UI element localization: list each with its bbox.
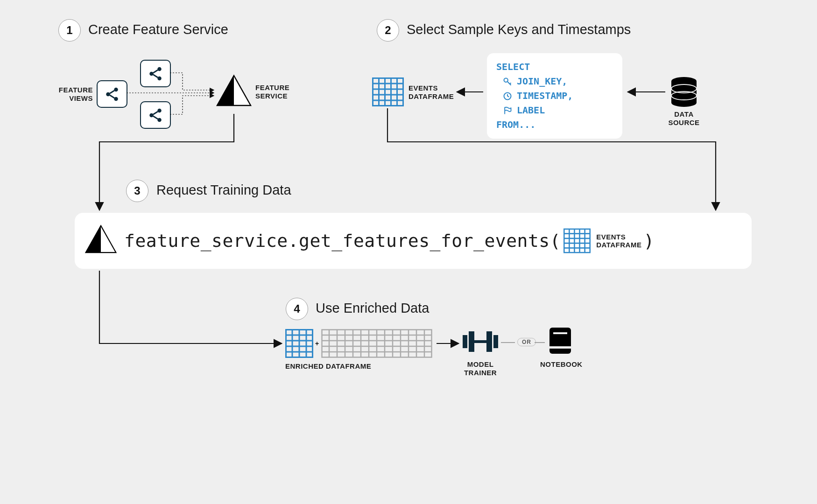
model-trainer-icon <box>463 330 498 353</box>
notebook-icon <box>548 327 573 355</box>
events-df-inline-l1: EVENTS <box>596 233 626 241</box>
data-source-label-l2: SOURCE <box>668 119 699 126</box>
step-2-number: 2 <box>385 24 391 37</box>
svg-line-13 <box>153 112 158 114</box>
data-source-label: DATA SOURCE <box>668 110 700 127</box>
step-2-title: Select Sample Keys and Timestamps <box>407 22 631 37</box>
feature-service-label-l2: SERVICE <box>255 92 288 100</box>
svg-rect-80 <box>474 340 486 343</box>
sql-query-box: SELECT JOIN_KEY, TIMESTAMP, LABEL FROM..… <box>487 53 622 139</box>
share-icon <box>148 107 163 123</box>
svg-line-30 <box>510 83 511 84</box>
step-1-title: Create Feature Service <box>88 22 228 37</box>
svg-rect-83 <box>553 332 567 334</box>
svg-line-33 <box>507 96 509 97</box>
data-source-icon <box>670 77 698 107</box>
enriched-dataframe-label: ENRICHED DATAFRAME <box>285 362 371 371</box>
events-df-inline-l2: DATAFRAME <box>596 241 641 249</box>
step-3-number: 3 <box>134 184 140 197</box>
events-dataframe-inline-label: EVENTS DATAFRAME <box>596 233 641 249</box>
clock-icon <box>503 91 512 101</box>
model-trainer-label: MODEL TRAINER <box>463 360 498 377</box>
enriched-dataframe-grey-icon <box>321 329 432 358</box>
svg-point-28 <box>504 78 508 82</box>
flag-icon <box>503 106 512 115</box>
sql-select-line: SELECT <box>496 60 613 74</box>
model-trainer-l1: MODEL <box>467 360 494 368</box>
svg-rect-77 <box>469 331 474 352</box>
sql-timestamp-line: TIMESTAMP, <box>496 89 613 103</box>
svg-line-14 <box>153 116 158 119</box>
share-icon <box>148 66 163 82</box>
svg-rect-41 <box>564 229 590 252</box>
svg-line-3 <box>110 91 114 93</box>
svg-line-9 <box>153 74 158 77</box>
sql-select: SELECT <box>496 60 530 74</box>
code-call-box: feature_service.get_features_for_events(… <box>75 213 752 269</box>
step-4-title: Use Enriched Data <box>316 301 429 316</box>
step-2-badge: 2 <box>377 19 399 42</box>
code-close-paren: ) <box>643 231 654 251</box>
feature-service-label-l1: FEATURE <box>255 84 289 91</box>
sql-from-line: FROM... <box>496 118 613 132</box>
step-4-badge: 4 <box>286 298 308 320</box>
feature-views-label-l2: VIEWS <box>69 94 93 102</box>
step-1-number: 1 <box>66 24 72 37</box>
notebook-label: NOTEBOOK <box>540 360 583 369</box>
sql-joinkey-line: JOIN_KEY, <box>496 74 613 89</box>
step-3-title: Request Training Data <box>156 182 291 198</box>
svg-rect-82 <box>549 346 571 349</box>
model-trainer-l2: TRAINER <box>464 369 497 377</box>
events-dataframe-label-l2: DATAFRAME <box>408 92 454 100</box>
events-dataframe-label: EVENTS DATAFRAME <box>408 84 454 101</box>
svg-rect-19 <box>373 78 403 106</box>
step-4-number: 4 <box>294 302 300 315</box>
sql-label: LABEL <box>517 103 545 118</box>
sql-timestamp: TIMESTAMP, <box>517 89 573 103</box>
events-dataframe-label-l1: EVENTS <box>408 84 438 92</box>
plus-symbol: + <box>315 340 319 348</box>
sql-join-key: JOIN_KEY, <box>517 74 567 89</box>
svg-rect-79 <box>493 335 498 348</box>
or-badge: OR <box>517 338 536 346</box>
feature-service-icon <box>84 224 118 258</box>
feature-service-label: FEATURE SERVICE <box>255 84 289 100</box>
feature-view-box-top <box>140 60 171 87</box>
diagram-canvas: 1 Create Feature Service 2 Select Sample… <box>40 0 777 455</box>
feature-service-icon <box>215 74 253 111</box>
feature-view-box-bottom <box>140 101 171 129</box>
sql-from: FROM... <box>496 118 535 132</box>
feature-views-label: FEATURE VIEWS <box>56 86 93 103</box>
events-dataframe-icon <box>372 77 404 106</box>
key-icon <box>503 77 512 86</box>
step-3-badge: 3 <box>126 180 148 202</box>
data-source-label-l1: DATA <box>674 110 693 118</box>
share-icon <box>104 86 120 102</box>
svg-rect-78 <box>486 331 492 352</box>
svg-line-8 <box>153 70 158 73</box>
events-dataframe-icon <box>563 228 591 253</box>
or-text: OR <box>522 339 531 345</box>
enriched-dataframe-blue-icon <box>285 329 313 358</box>
svg-rect-81 <box>549 328 571 354</box>
code-call-text: feature_service.get_features_for_events( <box>124 231 561 251</box>
feature-views-label-l1: FEATURE <box>59 86 93 94</box>
sql-label-line: LABEL <box>496 103 613 118</box>
step-1-badge: 1 <box>58 19 81 42</box>
svg-line-4 <box>110 95 114 98</box>
svg-rect-76 <box>463 335 467 348</box>
feature-view-box-left <box>97 80 127 108</box>
